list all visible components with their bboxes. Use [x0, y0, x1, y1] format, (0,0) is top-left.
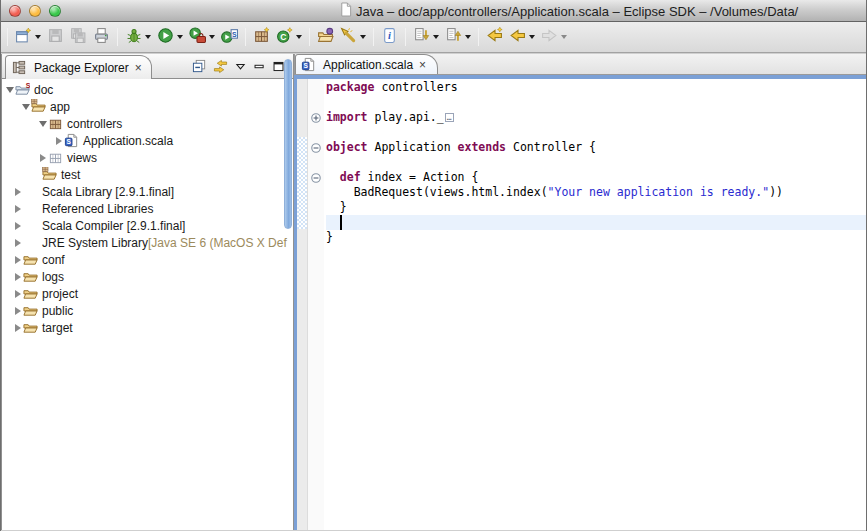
toolbar-separator: [117, 28, 118, 46]
expander-right-icon[interactable]: [53, 137, 64, 145]
expander-right-icon[interactable]: [12, 273, 23, 281]
toolbar-separator: [478, 28, 479, 46]
run-scala-application-button[interactable]: S: [218, 25, 241, 49]
folded-region-indicator[interactable]: …: [445, 113, 454, 122]
tree-item-scala-library-2-9-1-final[interactable]: Scala Library [2.9.1.final]: [2, 183, 293, 200]
tree-item-referenced-libraries[interactable]: Referenced Libraries: [2, 200, 293, 217]
tree-item-label: Application.scala: [83, 134, 173, 148]
run-button[interactable]: [154, 25, 186, 49]
collapse-all-button[interactable]: [192, 59, 207, 74]
code-line-8: BadRequest(views.html.index("Your new ap…: [326, 185, 866, 200]
expander-right-icon[interactable]: [12, 324, 23, 332]
expander-down-icon[interactable]: [4, 87, 15, 93]
folding-ruler[interactable]: [308, 79, 324, 530]
expander-right-icon[interactable]: [37, 154, 48, 162]
close-window-button[interactable]: [9, 5, 21, 17]
new-java-package-button[interactable]: [250, 25, 273, 49]
expander-down-icon[interactable]: [37, 121, 48, 127]
folder-icon: [23, 286, 40, 301]
fold-expand-icon[interactable]: [311, 112, 321, 126]
tab-application-scala[interactable]: S Application.scala ×: [295, 54, 438, 74]
tree-item-jre-system-library[interactable]: JRE System Library [Java SE 6 (MacOS X D…: [2, 234, 293, 251]
tree-item-scala-compiler-2-9-1-final[interactable]: Scala Compiler [2.9.1.final]: [2, 217, 293, 234]
title-wrap: Java – doc/app/controllers/Application.s…: [339, 0, 866, 22]
print-button[interactable]: [90, 25, 113, 49]
tree-item-logs[interactable]: logs: [2, 268, 293, 285]
save-all-icon: [70, 27, 87, 47]
tree-scrollbar-thumb[interactable]: [284, 59, 292, 229]
tree-item-label: project: [42, 287, 78, 301]
last-edit-icon: [486, 27, 503, 47]
new-java-class-button[interactable]: C: [273, 25, 305, 49]
range-indicator: [297, 137, 307, 229]
code-line-5: object Application extends Controller {: [326, 140, 866, 155]
open-type-button[interactable]: [314, 25, 337, 49]
tab-package-explorer[interactable]: Package Explorer ×: [5, 55, 152, 79]
minimize-view-button[interactable]: [253, 60, 266, 73]
code-editor[interactable]: package controllersimport play.api._…obj…: [324, 79, 866, 530]
annotation-ruler[interactable]: [297, 79, 308, 530]
search-button[interactable]: [337, 25, 369, 49]
dropdown-arrow-icon[interactable]: [561, 35, 567, 39]
expander-right-icon[interactable]: [12, 205, 23, 213]
previous-annotation-icon: [445, 27, 462, 47]
code-token: }: [326, 200, 347, 214]
dropdown-arrow-icon[interactable]: [35, 35, 41, 39]
dropdown-arrow-icon[interactable]: [145, 35, 151, 39]
tree-item-app[interactable]: app: [2, 98, 293, 115]
back-icon: [509, 27, 526, 47]
dropdown-arrow-icon[interactable]: [296, 35, 302, 39]
tree-item-application-scala[interactable]: SApplication.scala: [2, 132, 293, 149]
package-folder-icon: [31, 99, 48, 114]
expander-right-icon[interactable]: [12, 222, 23, 230]
expander-right-icon[interactable]: [12, 239, 23, 247]
code-token: )): [769, 185, 783, 199]
expander-right-icon[interactable]: [12, 188, 23, 196]
last-edit-location-button[interactable]: [483, 25, 506, 49]
dropdown-arrow-icon[interactable]: [465, 35, 471, 39]
view-menu-button[interactable]: [234, 60, 247, 73]
zoom-window-button[interactable]: [49, 5, 61, 17]
code-line-3: import play.api._…: [326, 110, 866, 125]
next-annotation-button[interactable]: [410, 25, 442, 49]
code-token: index = Action {: [361, 170, 479, 184]
dropdown-arrow-icon[interactable]: [529, 35, 535, 39]
close-icon[interactable]: ×: [418, 59, 427, 71]
tree-item-project[interactable]: project: [2, 285, 293, 302]
expander-right-icon[interactable]: [12, 307, 23, 315]
tree-item-controllers[interactable]: controllers: [2, 115, 293, 132]
code-line-7: def index = Action {: [326, 170, 866, 185]
tree-item-target[interactable]: target: [2, 319, 293, 336]
tree-item-views[interactable]: views: [2, 149, 293, 166]
dropdown-arrow-icon[interactable]: [433, 35, 439, 39]
link-with-editor-button[interactable]: [213, 59, 228, 74]
forward-button: [538, 25, 570, 49]
expander-right-icon[interactable]: [12, 256, 23, 264]
new-wizard-button[interactable]: [12, 25, 44, 49]
previous-annotation-button[interactable]: [442, 25, 474, 49]
tree-item-doc[interactable]: Sdoc: [2, 81, 293, 98]
keyword-token: def: [340, 170, 361, 184]
toggle-mark-occurrences-button[interactable]: i: [378, 25, 401, 49]
close-icon[interactable]: ×: [134, 62, 143, 74]
fold-collapse-icon[interactable]: [311, 172, 321, 186]
code-line-1: package controllers: [326, 80, 866, 95]
tree-item-conf[interactable]: conf: [2, 251, 293, 268]
dropdown-arrow-icon[interactable]: [177, 35, 183, 39]
dropdown-arrow-icon[interactable]: [360, 35, 366, 39]
code-line-4: [326, 125, 866, 140]
fold-collapse-icon[interactable]: [311, 142, 321, 156]
minimize-window-button[interactable]: [29, 5, 41, 17]
tree-item-public[interactable]: public: [2, 302, 293, 319]
dropdown-arrow-icon[interactable]: [209, 35, 215, 39]
back-button[interactable]: [506, 25, 538, 49]
tree-item-test[interactable]: test: [2, 166, 293, 183]
tree-item-label: Scala Compiler [2.9.1.final]: [42, 219, 185, 233]
debug-button[interactable]: [122, 25, 154, 49]
toolbar-separator: [245, 28, 246, 46]
run-external-tools-button[interactable]: [186, 25, 218, 49]
expander-down-icon[interactable]: [20, 104, 31, 110]
info-icon: i: [381, 27, 398, 47]
editor-area: S Application.scala × package controller…: [294, 54, 866, 530]
expander-right-icon[interactable]: [12, 290, 23, 298]
